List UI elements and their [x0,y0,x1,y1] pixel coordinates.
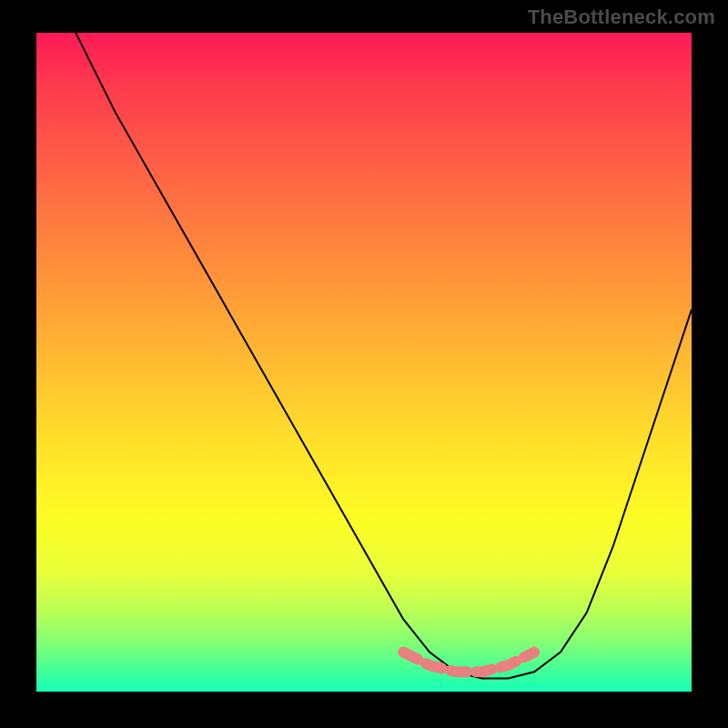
attribution-label: TheBottleneck.com [528,5,715,29]
chart-frame: TheBottleneck.com [0,0,728,728]
plot-area [36,33,692,692]
curve-svg [36,33,692,692]
bottleneck-curve [76,33,692,679]
bottom-highlight [403,652,534,672]
